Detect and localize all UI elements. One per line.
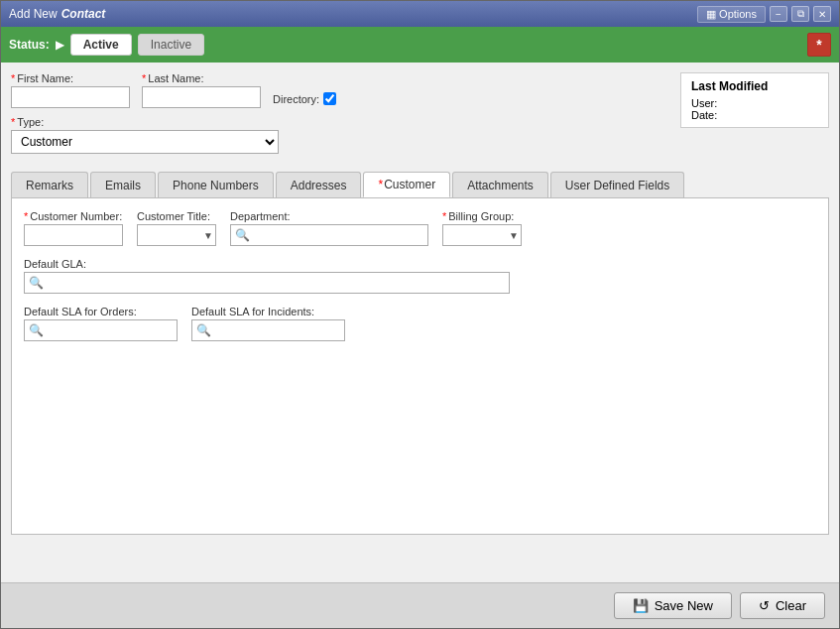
title-bar-controls: ▦ Options − ⧉ ✕ <box>697 6 831 23</box>
tab-emails[interactable]: Emails <box>90 172 156 197</box>
user-label: User: <box>691 97 717 109</box>
tab-phone-numbers[interactable]: Phone Numbers <box>158 172 274 197</box>
tab-customer[interactable]: *Customer <box>363 172 450 197</box>
restore-button[interactable]: ⧉ <box>791 6 809 22</box>
tab-remarks[interactable]: Remarks <box>11 172 88 197</box>
first-name-label: *First Name: <box>11 72 130 84</box>
first-name-required-star: * <box>11 72 15 84</box>
first-name-input[interactable] <box>11 86 130 108</box>
options-button[interactable]: ▦ Options <box>697 6 766 23</box>
sla-orders-search-wrap: 🔍 <box>24 319 178 341</box>
status-bar: Status: ▶ Active Inactive * <box>1 27 839 63</box>
first-name-group: *First Name: <box>11 72 130 108</box>
billing-group-star: * <box>442 210 446 222</box>
department-search-wrap: 🔍 <box>230 224 428 246</box>
billing-group-select[interactable] <box>442 224 522 246</box>
sla-incidents-input[interactable] <box>191 319 345 341</box>
save-new-button[interactable]: 💾 Save New <box>614 592 732 619</box>
last-modified-date-row: Date: <box>691 109 818 121</box>
sla-orders-field: Default SLA for Orders: 🔍 <box>24 306 178 341</box>
status-right-button[interactable]: * <box>807 33 831 57</box>
status-active-tab[interactable]: Active <box>70 34 132 56</box>
customer-tab-star: * <box>378 178 383 191</box>
window-title-bold: Contact <box>61 7 106 21</box>
customer-title-select[interactable] <box>137 224 216 246</box>
tab-attachments[interactable]: Attachments <box>452 172 548 197</box>
last-modified-user-row: User: <box>691 97 818 109</box>
sla-orders-label: Default SLA for Orders: <box>24 306 178 317</box>
tab-addresses[interactable]: Addresses <box>276 172 362 197</box>
last-modified-box: Last Modified User: Date: <box>680 72 829 128</box>
last-name-input[interactable] <box>142 86 261 108</box>
billing-group-label: *Billing Group: <box>442 210 522 222</box>
tabs-area: Remarks Emails Phone Numbers Addresses *… <box>11 172 829 535</box>
customer-number-input[interactable] <box>24 224 123 246</box>
last-name-label: *Last Name: <box>142 72 261 84</box>
sla-orders-input[interactable] <box>24 319 178 341</box>
billing-group-field: *Billing Group: ▼ <box>442 210 522 246</box>
billing-group-select-wrap: ▼ <box>442 224 522 246</box>
customer-number-label: *Customer Number: <box>24 210 123 222</box>
status-arrow-icon: ▶ <box>56 38 64 52</box>
customer-title-label: Customer Title: <box>137 210 216 222</box>
minimize-button[interactable]: − <box>770 6 787 22</box>
default-gla-label: Default GLA: <box>24 258 816 270</box>
type-group: *Type: Customer Vendor Employee Other <box>11 116 279 154</box>
sla-incidents-label: Default SLA for Incidents: <box>191 306 345 317</box>
date-label: Date: <box>691 109 717 121</box>
title-bar: Add New Contact ▦ Options − ⧉ ✕ <box>1 1 839 27</box>
sla-incidents-search-wrap: 🔍 <box>191 319 345 341</box>
default-gla-row: Default GLA: 🔍 <box>24 258 816 294</box>
default-gla-search-wrap: 🔍 <box>24 272 816 294</box>
save-new-icon: 💾 <box>633 598 649 613</box>
department-label: Department: <box>230 210 428 222</box>
customer-tab-content: *Customer Number: Customer Title: ▼ Depa… <box>11 197 829 535</box>
type-select[interactable]: Customer Vendor Employee Other <box>11 130 279 154</box>
options-icon: ▦ <box>706 8 716 21</box>
options-label: Options <box>719 8 757 20</box>
department-search-input[interactable] <box>230 224 428 246</box>
directory-checkbox[interactable] <box>323 92 336 105</box>
default-gla-input[interactable] <box>24 272 510 294</box>
form-left-section: *First Name: *Last Name: Directory: <box>11 72 670 162</box>
sla-incidents-field: Default SLA for Incidents: 🔍 <box>191 306 345 341</box>
directory-group: Directory: <box>273 92 336 105</box>
sla-row: Default SLA for Orders: 🔍 Default SLA fo… <box>24 306 816 341</box>
status-label: Status: <box>9 38 50 52</box>
last-modified-title: Last Modified <box>691 79 818 93</box>
customer-row-1: *Customer Number: Customer Title: ▼ Depa… <box>24 210 816 246</box>
type-row: *Type: Customer Vendor Employee Other <box>11 116 670 154</box>
window-title-normal: Add New <box>9 7 58 21</box>
save-new-label: Save New <box>655 598 713 613</box>
customer-number-star: * <box>24 210 28 222</box>
clear-label: Clear <box>776 598 806 613</box>
title-bar-left: Add New Contact <box>9 7 105 21</box>
department-field: Department: 🔍 <box>230 210 428 246</box>
directory-label: Directory: <box>273 93 319 105</box>
close-button[interactable]: ✕ <box>813 6 831 22</box>
clear-button[interactable]: ↺ Clear <box>740 592 825 619</box>
footer-bar: 💾 Save New ↺ Clear <box>1 582 839 628</box>
name-row: *First Name: *Last Name: Directory: <box>11 72 670 108</box>
default-gla-field: Default GLA: 🔍 <box>24 258 816 294</box>
customer-title-select-wrap: ▼ <box>137 224 216 246</box>
customer-title-field: Customer Title: ▼ <box>137 210 216 246</box>
last-name-required-star: * <box>142 72 146 84</box>
tab-user-defined[interactable]: User Defined Fields <box>550 172 684 197</box>
tabs-header: Remarks Emails Phone Numbers Addresses *… <box>11 172 829 197</box>
last-name-group: *Last Name: <box>142 72 261 108</box>
last-modified-panel: Last Modified User: Date: <box>680 72 829 162</box>
type-required-star: * <box>11 116 15 128</box>
status-inactive-tab[interactable]: Inactive <box>138 34 204 56</box>
type-label: *Type: <box>11 116 279 128</box>
customer-number-field: *Customer Number: <box>24 210 123 246</box>
main-form-area: *First Name: *Last Name: Directory: <box>1 63 839 172</box>
clear-icon: ↺ <box>759 598 770 613</box>
main-window: Add New Contact ▦ Options − ⧉ ✕ Status: … <box>0 0 840 629</box>
